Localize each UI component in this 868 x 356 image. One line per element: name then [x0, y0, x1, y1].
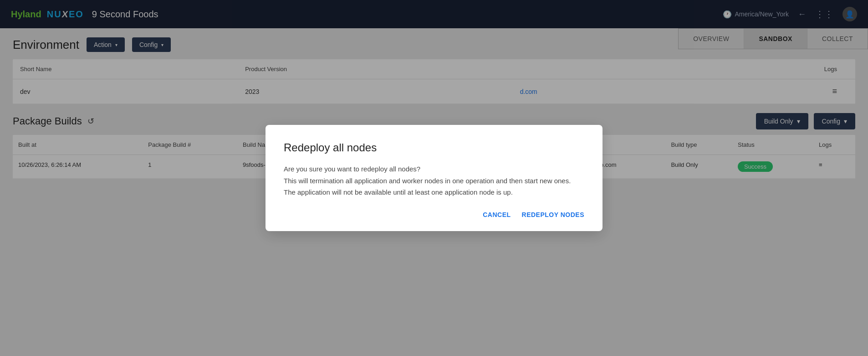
modal-actions: CANCEL REDEPLOY NODES — [284, 211, 584, 218]
modal-body-line2: This will termination all application an… — [284, 175, 584, 187]
redeploy-nodes-button[interactable]: REDEPLOY NODES — [522, 211, 584, 218]
modal-dialog: Redeploy all nodes Are you sure you want… — [266, 125, 602, 231]
modal-body: Are you sure you want to redeploy all no… — [284, 163, 584, 198]
modal-body-line3: The application will not be available un… — [284, 186, 584, 198]
modal-overlay: Redeploy all nodes Are you sure you want… — [0, 0, 868, 356]
modal-title: Redeploy all nodes — [284, 141, 584, 154]
cancel-button[interactable]: CANCEL — [483, 211, 511, 218]
modal-body-line1: Are you sure you want to redeploy all no… — [284, 163, 584, 175]
